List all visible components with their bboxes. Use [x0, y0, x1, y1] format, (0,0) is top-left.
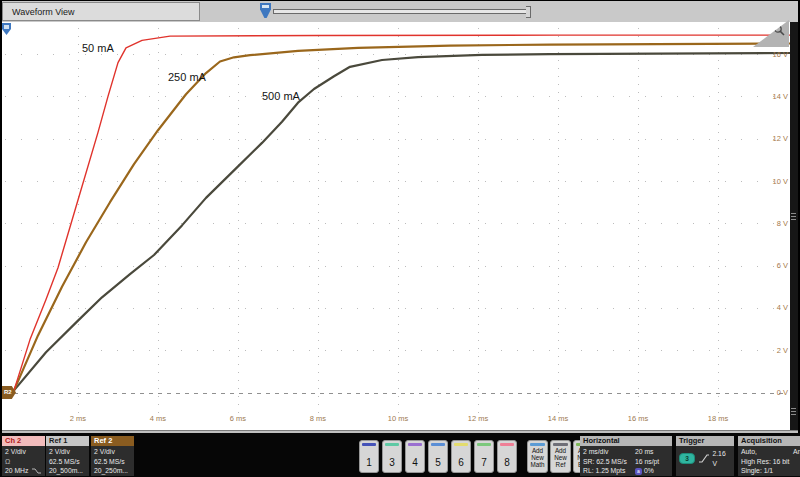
- acquisition-single: Single: 1/1: [741, 466, 800, 476]
- x-tick-label: 2 ms: [63, 414, 93, 423]
- button-label-line: Math: [528, 462, 547, 469]
- rising-edge-icon: [698, 453, 709, 464]
- acquisition-panel[interactable]: Acquisition Auto, Ana High Res: 16 bit S…: [738, 436, 800, 476]
- x-tick-label: 8 ms: [303, 414, 333, 423]
- bandwidth-filter-icon: [31, 467, 42, 475]
- y-tick-label: 8 V: [748, 219, 788, 228]
- tab-label: Waveform View: [12, 7, 75, 17]
- scrollbar-grip: [791, 414, 796, 415]
- button-label: 5: [435, 457, 441, 468]
- acquisition-mode-right: Ana: [793, 447, 800, 457]
- horizontal-resolution: 16 ns/pt: [635, 457, 659, 467]
- channel-color-stripe: [454, 443, 468, 446]
- button-color-stripe: [553, 443, 568, 446]
- ch2-badge-title: Ch 2: [2, 436, 45, 446]
- scrollbar-grip: [791, 408, 796, 409]
- channel-button-6[interactable]: 6: [451, 440, 471, 473]
- trace-ch2-50mA: [14, 35, 790, 390]
- y-tick-label: 10 V: [748, 177, 788, 186]
- button-label: 1: [366, 457, 372, 468]
- multipurpose-knob-icon: a: [635, 468, 642, 475]
- trace-ref2-250mA: [14, 44, 790, 391]
- y-tick-label: 0 V: [748, 388, 788, 397]
- ref-badge-ref1[interactable]: Ref 1 2 V/div 62.5 MS/s 20_500m...: [46, 436, 89, 476]
- ref2-sample-rate: 62.5 MS/s: [94, 457, 131, 467]
- add-new-math-button[interactable]: AddNewMath: [527, 440, 548, 473]
- impedance-icon: Ω: [5, 457, 42, 467]
- waveform-display[interactable]: R2 2 ms4 ms6 ms8 ms10 ms12 ms14 ms16 ms1…: [2, 22, 790, 430]
- y-tick-label: 2 V: [748, 346, 788, 355]
- y-tick-label: 12 V: [748, 134, 788, 143]
- x-tick-label: 4 ms: [143, 414, 173, 423]
- button-label: 6: [458, 457, 464, 468]
- channel-color-stripe: [500, 443, 514, 446]
- trigger-source-badge: 3: [679, 453, 695, 464]
- trigger-level: 2.16 V: [712, 449, 731, 468]
- trigger-panel[interactable]: Trigger 3 2.16 V: [676, 436, 734, 476]
- ref-badge-ref2[interactable]: Ref 2 2 V/div 62.5 MS/s 20_250m...: [91, 436, 134, 476]
- ref1-file: 20_500m...: [49, 466, 86, 476]
- ref2-badge-title: Ref 2: [91, 436, 134, 446]
- button-label: 4: [412, 457, 418, 468]
- channel-color-stripe: [408, 443, 422, 446]
- button-label: 3: [389, 457, 395, 468]
- y-tick-label: 14 V: [748, 92, 788, 101]
- waveform-traces: [2, 22, 790, 430]
- add-new-ref-button[interactable]: AddNewRef: [550, 440, 571, 473]
- ref1-badge-title: Ref 1: [46, 436, 89, 446]
- button-label: 8: [504, 457, 510, 468]
- ref1-sample-rate: 62.5 MS/s: [49, 457, 86, 467]
- button-label: 7: [481, 457, 487, 468]
- curve-label-ref1-500mA: 500 mA: [262, 90, 300, 102]
- x-tick-label: 6 ms: [223, 414, 253, 423]
- oscilloscope-ui: Waveform View R2 2 ms4 ms6 ms8 ms10 ms12…: [0, 0, 800, 477]
- channel-color-stripe: [385, 443, 399, 446]
- horizontal-window: 20 ms: [635, 447, 654, 457]
- acquisition-mode: Auto,: [741, 447, 757, 457]
- ref1-scale: 2 V/div: [49, 447, 86, 457]
- scrollbar-grip: [791, 219, 796, 220]
- pan-slider-end-cap: [526, 6, 531, 18]
- scrollbar-grip: [791, 411, 796, 412]
- channel-button-7[interactable]: 7: [474, 440, 494, 473]
- channel-color-stripe: [362, 443, 376, 446]
- x-tick-label: 18 ms: [703, 414, 733, 423]
- channel-color-stripe: [477, 443, 491, 446]
- ch2-bandwidth: 20 MHz: [5, 466, 28, 476]
- vertical-scrollbar[interactable]: [790, 22, 798, 430]
- channel-button-3[interactable]: 3: [382, 440, 402, 473]
- curve-label-ref2-250mA: 250 mA: [168, 71, 206, 83]
- channel-buttons: 1345678: [359, 440, 517, 473]
- button-label-line: Ref: [551, 462, 570, 469]
- x-tick-label: 12 ms: [463, 414, 493, 423]
- tab-waveform-view[interactable]: Waveform View: [2, 2, 200, 21]
- trace-ref1-500mA: [14, 53, 790, 390]
- horizontal-panel[interactable]: Horizontal 2 ms/div 20 ms SR: 62.5 MS/s …: [580, 436, 672, 476]
- ref2-scale: 2 V/div: [94, 447, 131, 457]
- channel-button-4[interactable]: 4: [405, 440, 425, 473]
- channel-button-1[interactable]: 1: [359, 440, 379, 473]
- horizontal-panel-title: Horizontal: [580, 436, 672, 446]
- horizontal-scale: 2 ms/div: [583, 447, 635, 457]
- curve-label-ch2-50mA: 50 mA: [82, 42, 114, 54]
- button-color-stripe: [530, 443, 545, 446]
- horizontal-record-length: RL: 1.25 Mpts: [583, 466, 635, 476]
- x-tick-label: 14 ms: [543, 414, 573, 423]
- y-tick-label: 4 V: [748, 303, 788, 312]
- pan-slider-track[interactable]: [273, 9, 528, 14]
- trigger-panel-title: Trigger: [676, 436, 734, 446]
- y-tick-label: 6 V: [748, 261, 788, 270]
- x-tick-label: 10 ms: [383, 414, 413, 423]
- horizontal-position: 0%: [644, 467, 654, 474]
- ch2-scale: 2 V/div: [5, 447, 42, 457]
- acquisition-highres: High Res: 16 bit: [741, 457, 800, 467]
- tab-bar: Waveform View: [2, 1, 798, 23]
- y-tick-label: 16 V: [748, 50, 788, 59]
- scrollbar-grip: [791, 213, 796, 214]
- channel-badge-ch2[interactable]: Ch 2 2 V/div Ω 20 MHz: [2, 436, 45, 476]
- scrollbar-grip: [791, 216, 796, 217]
- channel-button-8[interactable]: 8: [497, 440, 517, 473]
- pan-slider-handle[interactable]: [260, 3, 271, 18]
- x-tick-label: 16 ms: [623, 414, 653, 423]
- channel-button-5[interactable]: 5: [428, 440, 448, 473]
